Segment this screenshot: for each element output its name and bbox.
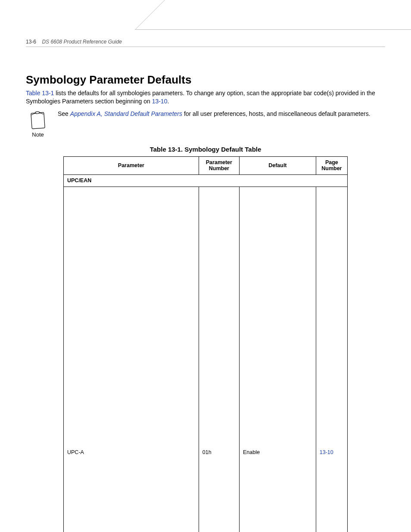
table-row: UPC-A01hEnable13-10 <box>64 187 348 532</box>
col-default: Default <box>239 156 316 174</box>
symbology-default-table: Parameter Parameter Number Default Page … <box>63 156 348 532</box>
table-ref-link[interactable]: Table 13-1 <box>26 90 54 96</box>
table-section-name: UPC/EAN <box>64 174 348 187</box>
svg-rect-0 <box>31 112 45 129</box>
note-post: for all user preferences, hosts, and mis… <box>182 110 371 117</box>
page-ref-link[interactable]: 13-10 <box>152 98 168 105</box>
note-paper-icon <box>28 110 48 131</box>
intro-text-mid: lists the defaults for all symbologies p… <box>26 90 375 105</box>
appendix-link[interactable]: Appendix A, Standard Default Parameters <box>70 110 182 117</box>
col-parameter-number: Parameter Number <box>199 156 239 174</box>
col-page-number: Page Number <box>316 156 347 174</box>
intro-text-post: . <box>167 98 169 105</box>
page-fold-decoration <box>135 0 411 30</box>
doc-title: DS 6608 Product Reference Guide <box>42 39 121 45</box>
page-number-label: 13-6 <box>26 39 36 45</box>
running-header: 13-6 DS 6608 Product Reference Guide <box>26 39 122 45</box>
section-title: Symbology Parameter Defaults <box>26 73 385 87</box>
note-text: See Appendix A, Standard Default Paramet… <box>58 110 371 118</box>
table-header-row: Parameter Parameter Number Default Page … <box>64 156 348 174</box>
page: 13-6 DS 6608 Product Reference Guide Sym… <box>0 0 411 532</box>
intro-paragraph: Table 13-1 lists the defaults for all sy… <box>26 89 385 106</box>
cell-parameter: UPC-A <box>64 187 199 532</box>
note-label: Note <box>32 131 44 138</box>
svg-point-1 <box>35 112 40 114</box>
table-section-row: UPC/EAN <box>64 174 348 187</box>
col-parameter: Parameter <box>64 156 199 174</box>
note-icon: Note <box>26 110 50 138</box>
note-block: Note See Appendix A, Standard Default Pa… <box>26 110 385 138</box>
table-title: Table 13-1. Symbology Default Table <box>26 146 385 153</box>
header-rule <box>26 47 385 47</box>
cell-parameter-number: 01h <box>199 187 239 532</box>
cell-page-link[interactable]: 13-10 <box>316 187 347 532</box>
note-pre: See <box>58 110 70 117</box>
cell-default: Enable <box>239 187 316 532</box>
